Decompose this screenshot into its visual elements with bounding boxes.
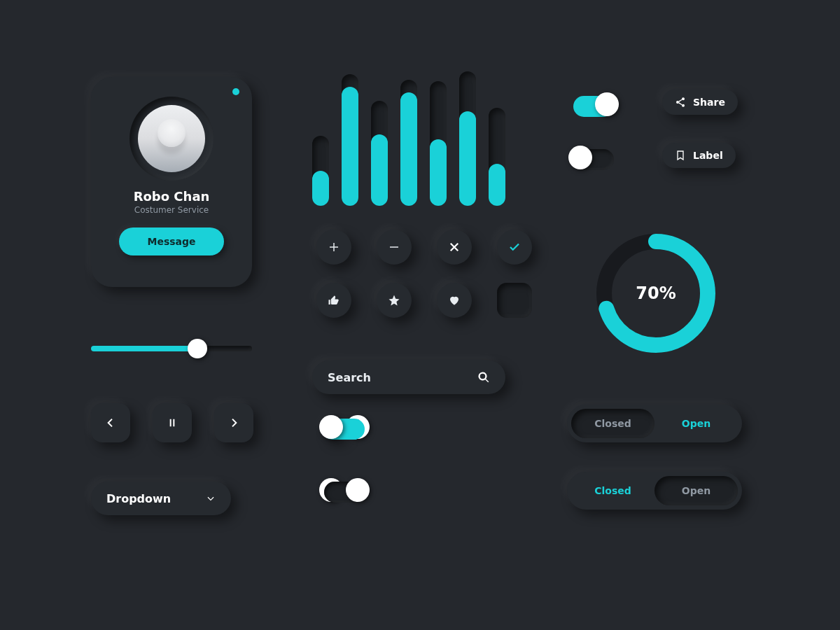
pause-button[interactable] [153, 403, 192, 442]
plus-button[interactable] [316, 230, 351, 265]
toggle-on[interactable] [571, 94, 616, 119]
dropdown[interactable]: Dropdown [91, 482, 231, 515]
segment-closed[interactable]: Closed [571, 409, 654, 438]
chevron-right-icon [228, 417, 239, 428]
segment-open[interactable]: Open [654, 476, 738, 505]
eq-bar [342, 74, 358, 206]
svg-point-0 [682, 97, 685, 100]
eq-bar [371, 101, 388, 206]
minus-button[interactable] [377, 230, 412, 265]
bookmark-icon [675, 150, 686, 161]
star-button[interactable] [377, 283, 412, 318]
heart-icon [448, 294, 461, 307]
eq-bar [400, 80, 417, 206]
label-button[interactable]: Label [662, 143, 736, 168]
message-button[interactable]: Message [119, 227, 224, 255]
pause-icon [167, 417, 178, 428]
minus-icon [388, 241, 400, 253]
toggle-mid-b[interactable] [322, 416, 367, 442]
check-button[interactable] [497, 230, 532, 265]
next-button[interactable] [214, 403, 253, 442]
svg-point-2 [682, 104, 685, 107]
status-indicator [232, 88, 239, 95]
eq-bar [459, 71, 476, 206]
segment-closed[interactable]: Closed [571, 476, 654, 505]
segment-open[interactable]: Open [654, 409, 738, 438]
label-text: Label [693, 150, 723, 161]
search-input[interactable]: Search [312, 360, 505, 394]
empty-square-button[interactable] [497, 283, 532, 318]
avatar-ring [130, 97, 214, 181]
share-label: Share [693, 97, 725, 108]
check-icon [508, 241, 521, 253]
slider-fill [91, 346, 191, 351]
slider-thumb[interactable] [188, 339, 207, 358]
eq-bar [312, 136, 329, 206]
share-button[interactable]: Share [662, 90, 738, 115]
segmented-b[interactable]: Closed Open [567, 472, 742, 510]
close-icon [448, 241, 461, 253]
close-button[interactable] [437, 230, 472, 265]
plus-icon [328, 241, 340, 253]
toggle-off[interactable] [571, 147, 616, 172]
profile-card: Robo Chan Costumer Service Message [91, 77, 252, 287]
share-icon [675, 97, 686, 108]
icon-button-grid [316, 230, 532, 318]
slider[interactable] [91, 346, 252, 351]
avatar [138, 105, 205, 172]
equalizer-chart [312, 66, 505, 206]
profile-name: Robo Chan [104, 189, 239, 204]
dropdown-label: Dropdown [106, 492, 171, 505]
media-controls [91, 403, 253, 442]
svg-point-1 [676, 101, 679, 104]
like-button[interactable] [316, 283, 351, 318]
progress-value: 70% [594, 231, 718, 356]
thumb-up-icon [328, 294, 340, 307]
heart-button[interactable] [437, 283, 472, 318]
radial-progress: 70% [594, 231, 718, 356]
segmented-a[interactable]: Closed Open [567, 405, 742, 442]
eq-bar [430, 81, 447, 206]
chevron-down-icon [206, 493, 216, 503]
chevron-left-icon [105, 417, 116, 428]
search-icon [477, 371, 490, 384]
toggle-bot-b[interactable] [322, 479, 367, 505]
prev-button[interactable] [91, 403, 130, 442]
profile-role: Costumer Service [104, 205, 239, 215]
star-icon [388, 294, 400, 307]
eq-bar [489, 108, 505, 206]
search-placeholder: Search [328, 371, 371, 384]
